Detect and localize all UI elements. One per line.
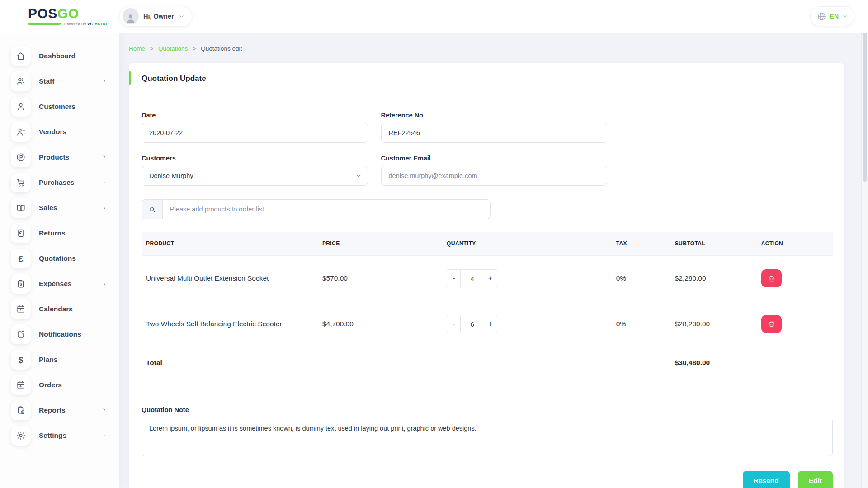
column-header: PRICE xyxy=(318,232,442,256)
product-tax: 0% xyxy=(612,256,670,301)
user-avatar xyxy=(123,8,139,24)
chevron-right-icon xyxy=(101,154,108,160)
sidebar-item-label: Vendors xyxy=(39,128,108,136)
products-tbody: Universal Multi Outlet Extension Socket$… xyxy=(142,256,833,347)
sidebar-item-dashboard[interactable]: Dashboard xyxy=(0,43,119,69)
chevron-down-icon xyxy=(842,14,848,19)
page-scrollbar[interactable] xyxy=(861,0,868,488)
sidebar-item-customers[interactable]: Customers xyxy=(0,94,119,119)
product-name: Two Wheels Self Balancing Electric Scoot… xyxy=(142,301,318,347)
sidebar-item-reports[interactable]: Reports xyxy=(0,398,119,423)
brand-logo[interactable]: POSGO Powered By WORKDO xyxy=(0,7,119,26)
home-icon xyxy=(11,46,31,66)
total-value: $30,480.00 xyxy=(670,347,757,379)
svg-text:$: $ xyxy=(20,282,22,286)
chevron-right-icon xyxy=(101,78,108,84)
delete-row-button[interactable] xyxy=(761,269,782,287)
quotation-note-label: Quotation Note xyxy=(142,406,833,413)
clipboard-dollar-icon: $ xyxy=(11,274,31,294)
customer-email-input[interactable] xyxy=(381,166,608,186)
circle-p-icon xyxy=(11,147,31,167)
sidebar-item-orders[interactable]: Orders xyxy=(0,372,119,398)
breadcrumb-home[interactable]: Home xyxy=(129,45,145,52)
gear-icon xyxy=(11,426,31,446)
trash-icon xyxy=(768,320,775,328)
quotation-form: Date Reference No Customers Denise Murph… xyxy=(142,112,607,186)
quantity-increase-button[interactable]: + xyxy=(483,269,497,287)
products-table: PRODUCTPRICEQUANTITYTAXSUBTOTALACTION Un… xyxy=(142,232,833,379)
date-label: Date xyxy=(142,112,368,119)
quantity-decrease-button[interactable]: - xyxy=(447,315,461,333)
sidebar-item-staff[interactable]: Staff xyxy=(0,69,119,94)
quantity-decrease-button[interactable]: - xyxy=(447,269,461,287)
sidebar-item-expenses[interactable]: $Expenses xyxy=(0,271,119,296)
receipt-return-icon xyxy=(11,223,31,243)
breadcrumb-separator: > xyxy=(193,46,196,52)
customers-field-group: Customers Denise Murphy xyxy=(142,155,368,186)
search-icon xyxy=(142,199,162,219)
quantity-increase-button[interactable]: + xyxy=(483,315,497,333)
user-icon xyxy=(11,97,31,117)
sidebar-item-label: Quotations xyxy=(39,254,108,263)
sidebar-item-label: Customers xyxy=(39,103,108,111)
sidebar-item-label: Returns xyxy=(39,229,108,237)
form-actions: Resend Edit xyxy=(142,471,833,488)
sidebar-item-sales[interactable]: Sales xyxy=(0,195,119,221)
sidebar-item-label: Orders xyxy=(39,381,108,389)
product-price: $570.00 xyxy=(318,256,442,301)
sidebar-item-notifications[interactable]: Notifications xyxy=(0,322,119,347)
sidebar-item-purchases[interactable]: Purchases xyxy=(0,170,119,195)
column-header: QUANTITY xyxy=(442,232,612,256)
quotation-note-block: Quotation Note Lorem ipsum, or lipsum as… xyxy=(142,406,833,458)
language-selector[interactable]: EN xyxy=(810,6,854,26)
date-input[interactable] xyxy=(142,123,368,143)
edit-button[interactable]: Edit xyxy=(798,471,833,488)
card-body: Date Reference No Customers Denise Murph… xyxy=(129,94,844,488)
customers-select[interactable]: Denise Murphy xyxy=(142,166,368,186)
quotation-update-card: Quotation Update Date Reference No Custo… xyxy=(129,63,844,488)
sidebar-item-settings[interactable]: Settings xyxy=(0,423,119,448)
column-header: TAX xyxy=(612,232,670,256)
sidebar-item-calendars[interactable]: 1Calendars xyxy=(0,296,119,322)
chevron-right-icon xyxy=(101,281,108,287)
sidebar-item-label: Dashboard xyxy=(39,52,108,60)
sidebar-item-label: Settings xyxy=(39,432,101,440)
sidebar-item-label: Sales xyxy=(39,204,101,212)
delete-row-button[interactable] xyxy=(761,315,782,333)
card-header: Quotation Update xyxy=(129,63,844,94)
product-tax: 0% xyxy=(612,301,670,347)
pound-icon: £ xyxy=(11,249,31,268)
sidebar-item-label: Notifications xyxy=(39,330,108,338)
sidebar-item-vendors[interactable]: Vendors xyxy=(0,119,119,145)
dollar-icon: $ xyxy=(11,350,31,370)
column-header: PRODUCT xyxy=(142,232,318,256)
user-menu[interactable]: Hi, Owner xyxy=(119,6,192,27)
globe-icon xyxy=(817,12,826,21)
sidebar-item-quotations[interactable]: £Quotations xyxy=(0,246,119,271)
breadcrumb-quotations[interactable]: Quotations xyxy=(158,45,188,52)
sidebar-item-label: Purchases xyxy=(39,178,101,187)
product-search xyxy=(142,199,491,219)
product-search-input[interactable] xyxy=(162,199,491,219)
cart-icon xyxy=(11,173,31,192)
brand-name: POSGO xyxy=(28,7,119,20)
quotation-note-input[interactable]: Lorem ipsum, or lipsum as it is sometime… xyxy=(142,418,833,456)
total-label: Total xyxy=(142,347,318,379)
product-subtotal: $2,280.00 xyxy=(670,256,757,301)
sidebar-item-plans[interactable]: $Plans xyxy=(0,347,119,372)
customers-label: Customers xyxy=(142,155,368,162)
email-field-group: Customer Email xyxy=(381,155,608,186)
column-header: SUBTOTAL xyxy=(670,232,757,256)
breadcrumb: Home > Quotations > Quotations edit xyxy=(129,45,844,52)
column-header: ACTION xyxy=(757,232,833,256)
table-row: Universal Multi Outlet Extension Socket$… xyxy=(142,256,833,301)
reference-input[interactable] xyxy=(381,123,608,143)
sidebar-item-label: Calendars xyxy=(39,305,108,313)
user-greeting: Hi, Owner xyxy=(143,13,174,20)
sidebar-item-returns[interactable]: Returns xyxy=(0,221,119,246)
sidebar-item-label: Reports xyxy=(39,406,101,414)
sidebar-item-products[interactable]: Products xyxy=(0,145,119,170)
powered-by-text: Powered By WORKDO xyxy=(64,22,107,26)
product-name: Universal Multi Outlet Extension Socket xyxy=(142,256,318,301)
resend-button[interactable]: Resend xyxy=(743,471,790,488)
